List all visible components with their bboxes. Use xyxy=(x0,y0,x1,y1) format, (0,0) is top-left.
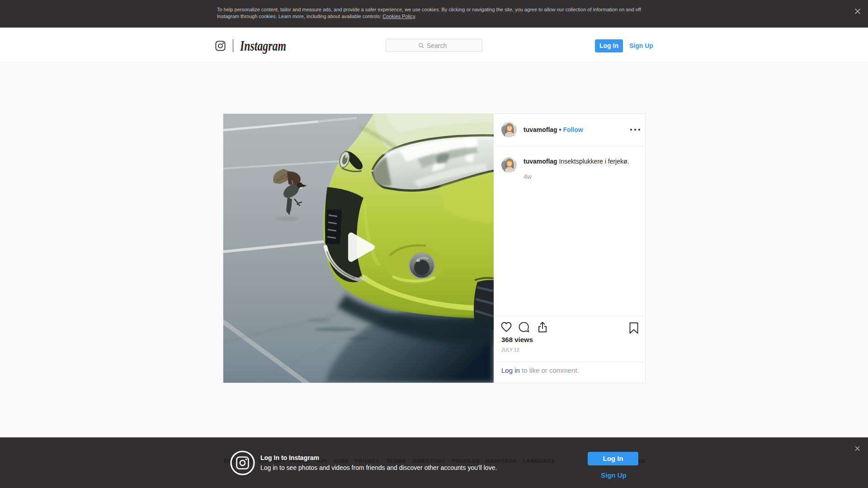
svg-text:Instagram: Instagram xyxy=(240,38,286,54)
